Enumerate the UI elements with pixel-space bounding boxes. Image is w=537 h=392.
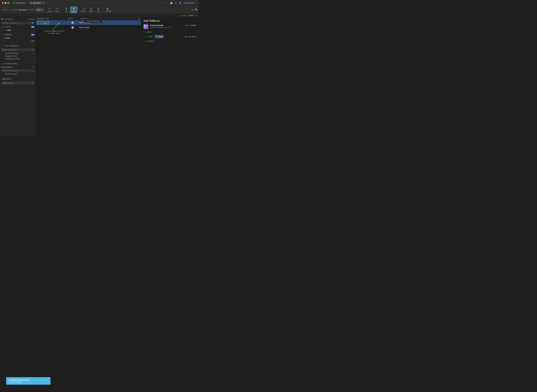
pop-button[interactable]: ⬆ Pop [95,7,102,13]
undo-label: Undo [48,10,52,12]
titlebar-right: ⌄ 🔔 ⚙ 👤 Default Profile ▾ [166,2,197,4]
detail-title: Add TODO.txt [143,20,197,22]
check-icon: ✓ [2,29,3,31]
commit-hash: d0cd04 [188,14,194,16]
all-open-issues[interactable]: › All Open Issues 0 [0,73,36,75]
minimize-button[interactable] [5,2,6,4]
push-label: Push [72,10,75,12]
check-mark-icon: ✓ [38,22,39,23]
pr-filter-icon[interactable]: ⊘ [32,49,34,51]
remote-section-header[interactable]: ▾ ☁ REMOTE 1/1 [0,33,36,36]
workspaces-tab[interactable]: ⊞ Workspaces [12,1,27,5]
remote-main-branch[interactable]: ⎇ main [0,39,36,42]
author-info: Anna Krystalli authored 17/2/2023 @ 12:2… [150,24,184,28]
tab-branch-icon: ⎇ [30,2,32,4]
tab-close-button[interactable]: ✕ [42,2,44,4]
issues-collapse-icon: › [4,73,5,75]
local-branch-main[interactable]: ✓ ⎇ main [0,29,36,32]
stash-button[interactable]: ⬇ Stash [88,7,94,13]
show-all-button[interactable]: Show All [28,18,35,20]
viewing-label: Viewing 2/2 [4,18,13,20]
github-repo-selector[interactable]: annakrystalli/g... ▾ ⊘ [0,65,36,69]
branch-label: Branch [81,10,86,12]
svg-rect-2 [73,22,73,22]
local-section-title: LOCAL [5,26,10,28]
teams-title: TEAMS [5,78,11,80]
pr-assigned-to-me[interactable]: › Assigned To Me 0 [0,55,36,57]
pr-my-pull-requests[interactable]: › My Pull Requests 0 [0,52,36,55]
notifications-icon[interactable]: 🔔 [170,2,173,4]
issues-search-input[interactable] [2,70,34,71]
issues-filter-icon[interactable]: ⊘ [33,66,35,68]
workspace-icon: ⊞ [13,2,15,4]
profile-label[interactable]: Default Profile [184,2,194,4]
added-badge: + 1 added [143,31,197,33]
github-issues-section-header[interactable]: ▾ ⊙ GITHUB ISSUES [0,62,36,65]
local-section-header[interactable]: ▾ ▭ LOCAL 1/1 [0,25,36,29]
globe-icon: 🌐 [1,18,3,20]
git-lesson-tab[interactable]: ⎇ git-lesson ✕ [28,1,45,5]
repository-label: repository [12,9,18,10]
toolbar-separator-3 [78,7,79,12]
team-selector[interactable]: Select a team ▾ [1,81,35,85]
remote-origin[interactable]: ▭ origin [0,36,36,39]
teams-section-header[interactable]: ▾ 👥 TEAMS [0,77,36,81]
path-icon: ≡ [147,36,148,37]
redo-button[interactable]: ↪ Redo [54,7,61,13]
chevron-down-icon: ▾ [32,66,33,68]
pr-search-input[interactable] [2,49,32,51]
terminal-label: Terminal [105,10,111,12]
collapse-icon: ▾ [1,63,2,65]
pull-requests-section-header[interactable]: ▾ ⎇ PULL REQUESTS 0 [0,44,36,48]
svg-rect-24 [145,27,146,28]
commit-msg-1: Initial commit [79,27,141,29]
commit-row-1[interactable]: Initial commit [36,25,141,30]
download-icon[interactable]: ⬇ [196,14,197,16]
profile-icon[interactable]: 👤 [179,2,182,4]
new-tab-button[interactable]: + [47,1,48,4]
pr-collapse-icon-3: › [4,58,5,60]
search-icon[interactable]: 🔍 [195,9,198,11]
remote-main-name: main [31,40,35,42]
undo-button[interactable]: ↩ Undo [46,7,53,13]
local-main-branch-name: main [7,29,11,31]
push-icon: ⬆ [73,7,75,10]
issues-count: 0 [34,73,35,75]
view-all-files-checkbox[interactable]: ✓ View all files [185,36,197,37]
view-controls: ↕ ≡ Path 🌲 Tree ✓ View all files [143,35,197,38]
chevron-down-icon[interactable]: ⌄ [166,2,168,4]
svg-rect-5 [73,23,73,23]
terminal-button[interactable]: ▶_ Terminal [104,7,113,13]
repo-name[interactable]: git-lesson [19,9,27,11]
sort-icon[interactable]: ↕ [143,35,145,38]
pr-awaiting-review[interactable]: › Awaiting My Review 0 [0,57,36,60]
filter-input[interactable] [2,22,31,24]
pr-collapse-icon-2: › [4,55,5,57]
branch-button[interactable]: ⎇ Branch [80,7,87,13]
path-tab[interactable]: ≡ Path [146,35,154,38]
layout-icon[interactable]: ⊞ [192,9,193,11]
tree-tab[interactable]: 🌲 Tree [155,35,164,38]
svg-rect-12 [72,28,72,28]
push-button[interactable]: ⬆ Push [71,7,77,13]
close-button[interactable] [2,2,4,4]
settings-icon[interactable]: ⚙ [175,2,177,4]
pull-button[interactable]: ⬇ Pull [63,7,70,13]
pull-requests-search: ⊘ [1,48,35,51]
team-chevron-icon: ▾ [33,82,33,84]
added-label: + 1 added [143,31,152,33]
main-branch-label: main [40,22,44,23]
pr-assigned-count: 0 [34,55,35,57]
pull-icon: ⬇ [65,7,67,10]
redo-icon: ↪ [56,7,58,10]
remote-section-title: REMOTE [5,34,12,36]
svg-rect-4 [72,23,72,23]
profile-chevron-icon: ▾ [196,2,197,4]
settings-icon[interactable]: ⚙ [138,18,140,19]
file-item-todo[interactable]: + + TODO.txt [143,40,197,43]
traffic-lights [2,2,9,4]
computer-icon: 💻 [44,22,46,23]
branch-selector[interactable]: main ▾ [35,8,44,11]
origin-icon: ▭ [3,37,5,39]
fullscreen-button[interactable] [7,2,9,4]
